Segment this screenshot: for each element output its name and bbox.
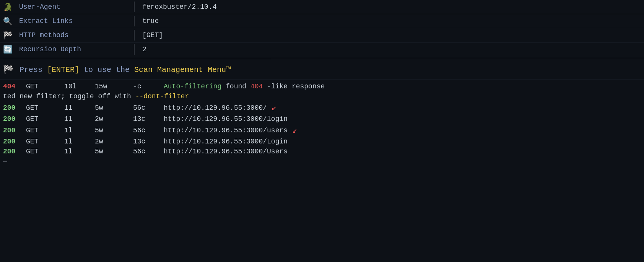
dont-filter-flag: --dont-filter (135, 93, 189, 100)
method-0: GET (26, 104, 64, 112)
method-get: GET (26, 83, 64, 90)
words-15w: 15w (95, 83, 133, 90)
partial-progress-row: ─ (0, 156, 644, 166)
status-200-1: 200 (3, 115, 26, 123)
config-row-user-agent: 🐊 User-Agent feroxbuster/2.10.4 (0, 0, 644, 14)
separator (3, 59, 271, 59)
banner-scan-mgmt: Scan Management Menu™ (134, 65, 231, 74)
config-divider (134, 2, 135, 12)
config-section: 🐊 User-Agent feroxbuster/2.10.4 🔍 Extrac… (0, 0, 644, 58)
config-divider-2 (134, 16, 135, 26)
http-methods-icon: 🏁 (3, 31, 19, 40)
config-row-http-methods: 🏁 HTTP methods [GET] (0, 28, 644, 42)
chars-2: 56c (133, 127, 164, 134)
status-200-2: 200 (3, 127, 26, 134)
like-response-text: -like response (267, 83, 325, 90)
config-key-recursion-depth: Recursion Depth (19, 46, 134, 53)
banner-middle: to use the (79, 65, 134, 74)
status-200-3: 200 (3, 138, 26, 145)
words-2: 5w (95, 127, 133, 134)
config-row-extract-links: 🔍 Extract Links true (0, 14, 644, 28)
url-4: http://10.129.96.55:3000/Users (164, 148, 288, 155)
words-4: 5w (95, 148, 133, 155)
user-agent-icon: 🐊 (3, 2, 19, 12)
config-key-extract-links: Extract Links (19, 17, 134, 25)
result-row-1: 200 GET 1l 2w 13c http://10.129.96.55:30… (0, 114, 644, 124)
method-1: GET (26, 115, 64, 123)
url-2: http://10.129.96.55:3000/users (164, 127, 288, 134)
terminal: 🐊 User-Agent feroxbuster/2.10.4 🔍 Extrac… (0, 0, 644, 262)
config-value-user-agent: feroxbuster/2.10.4 (142, 3, 216, 11)
config-divider-4 (134, 44, 135, 55)
lines-1: 1l (64, 115, 95, 123)
recursion-depth-icon: 🔄 (3, 45, 19, 54)
chars-c: -c (133, 83, 164, 90)
result-row-4: 200 GET 1l 5w 56c http://10.129.96.55:30… (0, 146, 644, 156)
words-0: 5w (95, 104, 133, 112)
auto-filtering-text: Auto-filtering (164, 83, 221, 90)
status-404: 404 (3, 83, 26, 90)
extract-links-icon: 🔍 (3, 16, 19, 26)
banner-enter-key: [ENTER] (47, 65, 79, 74)
status-200-0: 200 (3, 104, 26, 112)
config-key-http-methods: HTTP methods (19, 31, 134, 39)
status-red-404: 404 (250, 83, 263, 90)
config-value-recursion-depth: 2 (142, 46, 146, 53)
result-row-2: 200 GET 1l 5w 56c http://10.129.96.55:30… (0, 124, 644, 137)
status-200-4: 200 (3, 148, 26, 155)
config-divider-3 (134, 30, 135, 41)
filter-info: Auto-filtering found 404 -like response (164, 83, 325, 90)
results-section: 404 GET 10l 15w -c Auto-filtering found … (0, 80, 644, 168)
words-3: 2w (95, 138, 133, 145)
lines-0: 1l (64, 104, 95, 112)
lines-2: 1l (64, 127, 95, 134)
arrow-red-0: ↙ (272, 103, 276, 113)
config-row-recursion-depth: 🔄 Recursion Depth 2 (0, 42, 644, 56)
url-1: http://10.129.96.55:3000/login (164, 115, 288, 123)
chars-3: 13c (133, 138, 164, 145)
config-value-http-methods: [GET] (142, 31, 163, 39)
banner-press: Press (20, 65, 47, 74)
partial-progress-text: ─ (3, 158, 7, 165)
url-0: http://10.129.96.55:3000/ (164, 104, 267, 112)
filter-404-row: 404 GET 10l 15w -c Auto-filtering found … (0, 81, 644, 91)
result-row-3: 200 GET 1l 2w 13c http://10.129.96.55:30… (0, 137, 644, 146)
url-3: http://10.129.96.55:3000/Login (164, 138, 288, 145)
config-key-user-agent: User-Agent (19, 3, 134, 11)
lines-3: 1l (64, 138, 95, 145)
config-value-extract-links: true (142, 17, 159, 25)
banner-row: 🏁 Press [ENTER] to use the Scan Manageme… (0, 60, 644, 80)
words-1: 2w (95, 115, 133, 123)
chars-1: 13c (133, 115, 164, 123)
method-4: GET (26, 148, 64, 155)
lines-10l: 10l (64, 83, 95, 90)
chars-0: 56c (133, 104, 164, 112)
found-text: found (226, 83, 250, 90)
filter-prefix: ted new filter; toggle off with (3, 93, 135, 100)
banner-text: Press [ENTER] to use the Scan Management… (20, 65, 231, 74)
method-2: GET (26, 127, 64, 134)
lines-4: 1l (64, 148, 95, 155)
chars-4: 56c (133, 148, 164, 155)
result-row-0: 200 GET 1l 5w 56c http://10.129.96.55:30… (0, 101, 644, 114)
banner-flag-icon: 🏁 (3, 65, 13, 75)
filter-toggle-row: ted new filter; toggle off with --dont-f… (0, 91, 644, 101)
arrow-red-2: ↙ (292, 125, 297, 135)
method-3: GET (26, 138, 64, 145)
